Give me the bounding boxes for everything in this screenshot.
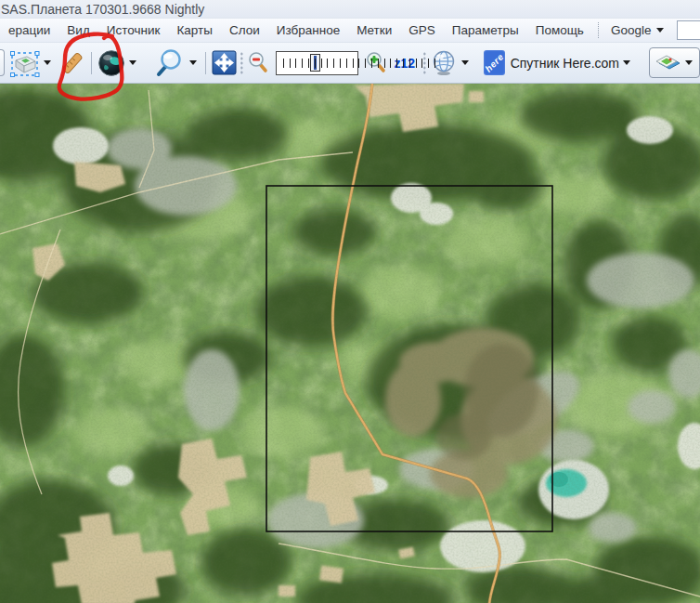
map-viewport[interactable] — [0, 84, 700, 603]
window-title: SAS.Планета 170301.9668 Nightly — [1, 2, 204, 17]
slider-tick — [378, 59, 379, 68]
layers-icon — [654, 52, 681, 74]
chevron-down-icon — [129, 60, 136, 65]
title-bar: SAS.Планета 170301.9668 Nightly — [0, 0, 700, 19]
map-source-selector[interactable]: Спутник Here.com — [505, 46, 634, 80]
menu-item-5[interactable]: Слои — [221, 21, 268, 39]
toolbar-grip[interactable] — [423, 51, 425, 75]
chevron-down-icon — [685, 60, 693, 65]
slider-tick — [290, 59, 291, 68]
google-menu-label: Google — [611, 23, 652, 37]
chevron-down-icon — [461, 60, 469, 65]
slider-tick — [333, 59, 334, 68]
slider-tick — [390, 59, 391, 68]
slider-tick — [295, 59, 296, 68]
app-window: SAS.Планета 170301.9668 Nightly ерацииВи… — [0, 0, 700, 603]
slider-tick — [434, 59, 435, 68]
ruler-button[interactable] — [58, 46, 86, 80]
here-logo-text: here — [483, 51, 505, 73]
zoom-out-button[interactable] — [246, 46, 270, 80]
toolbar-separator — [91, 52, 92, 74]
menu-separator — [598, 22, 599, 38]
slider-tick — [428, 59, 429, 68]
map-selection-icon — [8, 48, 40, 78]
slider-tick — [302, 59, 303, 68]
slider-tick — [283, 59, 284, 68]
slider-tick — [403, 59, 404, 68]
menu-item-6[interactable]: Избранное — [268, 21, 348, 39]
slider-tick — [396, 59, 397, 68]
globe-source-button[interactable] — [97, 46, 140, 80]
menu-item-7[interactable]: Метки — [348, 21, 400, 39]
zoom-in-button[interactable] — [364, 46, 388, 80]
slider-tick — [371, 59, 372, 68]
slider-tick — [346, 59, 347, 68]
slider-tick — [365, 59, 366, 68]
slider-tick — [327, 59, 328, 68]
slider-tick — [409, 59, 410, 68]
slider-tick — [340, 59, 341, 68]
menu-item-google[interactable]: Google — [602, 21, 668, 39]
search-view-button[interactable] — [153, 46, 201, 80]
search-input[interactable] — [677, 20, 700, 40]
slider-tick — [321, 59, 322, 68]
slider-tick — [308, 59, 309, 68]
menu-item-1[interactable]: ерации — [0, 21, 58, 39]
toolbar-grip[interactable] — [240, 51, 242, 75]
map-source-label: Спутник Here.com — [511, 56, 619, 71]
ruler-icon — [59, 49, 85, 77]
menu-bar: ерацииВидИсточникКартыСлоиИзбранноеМетки… — [0, 19, 700, 43]
zoom-out-icon — [247, 51, 269, 75]
toolbar-separator — [205, 52, 206, 74]
here-logo-icon: here — [484, 50, 505, 75]
menu-item-4[interactable]: Карты — [168, 21, 220, 39]
slider-tick — [384, 59, 385, 68]
full-extent-icon — [212, 50, 237, 75]
slider-tick — [315, 59, 316, 68]
zoom-slider[interactable] — [276, 51, 359, 75]
chevron-down-icon — [44, 60, 51, 65]
toolbar: z12 here Спутник Here.com — [0, 43, 700, 84]
menu-item-2[interactable]: Вид — [58, 21, 97, 39]
chevron-down-icon — [189, 60, 197, 65]
chevron-down-icon — [656, 28, 664, 33]
map-selection-button[interactable] — [7, 46, 55, 80]
slider-tick — [421, 59, 422, 68]
search-magnifier-icon — [154, 48, 186, 78]
menu-item-8[interactable]: GPS — [400, 21, 444, 39]
slider-tick — [353, 59, 354, 68]
layers-button[interactable] — [649, 47, 700, 78]
full-extent-button[interactable] — [211, 46, 238, 80]
slider-tick — [416, 59, 417, 68]
chevron-down-icon — [623, 60, 630, 65]
menu-item-10[interactable]: Помощь — [527, 21, 592, 39]
menu-item-3[interactable]: Источник — [98, 21, 169, 39]
globe-source-icon — [97, 49, 125, 77]
clipped-button[interactable] — [0, 49, 5, 76]
satellite-map — [0, 84, 700, 603]
menu-item-9[interactable]: Параметры — [444, 21, 527, 39]
slider-tick — [358, 59, 359, 68]
